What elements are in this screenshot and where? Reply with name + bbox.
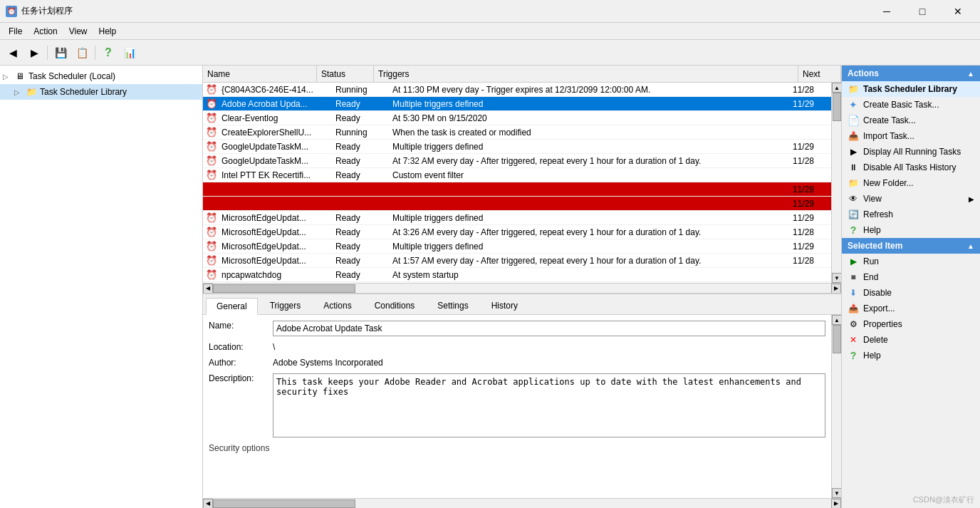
right-action-properties[interactable]: ⚙ Properties	[842, 316, 980, 332]
table-row[interactable]: ⏰ GoogleUpdateTaskM... Ready Multiple tr…	[203, 140, 831, 154]
table-row[interactable]: ⏰ Clear-Eventlog Ready At 5:30 PM on 9/1…	[203, 111, 831, 125]
menu-help[interactable]: Help	[93, 25, 123, 38]
task-row-icon: ⏰	[206, 113, 217, 124]
details-hscroll[interactable]: ◀ ▶	[203, 498, 841, 508]
header-name[interactable]: Name	[203, 66, 317, 82]
vscroll-down[interactable]: ▼	[832, 273, 841, 283]
table-row[interactable]: 11/28	[203, 182, 831, 197]
details-hscroll-thumb[interactable]	[213, 499, 355, 508]
vscroll-thumb[interactable]	[833, 93, 841, 121]
toolbar-separator-2	[95, 46, 95, 60]
maximize-button[interactable]: □	[906, 1, 939, 21]
table-row[interactable]: ⏰ npcapwatchdog Ready At system startup	[203, 268, 831, 282]
toolbar-forward[interactable]: ▶	[24, 43, 44, 63]
toolbar-report[interactable]: 📊	[120, 43, 140, 63]
vscroll-up[interactable]: ▲	[832, 83, 841, 93]
task-cell-name: Intel PTT EK Recertifi...	[217, 170, 331, 181]
table-row[interactable]: ⏰ MicrosoftEdgeUpdat... Ready At 1:57 AM…	[203, 254, 831, 268]
table-row[interactable]: 11/29	[203, 197, 831, 211]
right-action-run[interactable]: ▶ Run	[842, 254, 980, 269]
center-panel: Name Status Triggers Next ⏰ {C804A3C6-24…	[203, 66, 841, 508]
detail-author-value: Adobe Systems Incorporated	[273, 358, 825, 368]
toolbar-back[interactable]: ◀	[3, 43, 23, 63]
task-row-icon: ⏰	[206, 227, 217, 238]
right-action-import[interactable]: 📥 Import Task...	[842, 128, 980, 144]
right-action-delete[interactable]: ✕ Delete	[842, 332, 980, 348]
table-row[interactable]: ⏰ Adobe Acrobat Upda... Ready Multiple t…	[203, 97, 831, 111]
table-row[interactable]: ⏰ MicrosoftEdgeUpdat... Ready Multiple t…	[203, 239, 831, 254]
details-vscroll-down[interactable]: ▼	[832, 488, 841, 498]
table-row[interactable]: ⏰ Intel PTT EK Recertifi... Ready Custom…	[203, 168, 831, 182]
right-action-create-task[interactable]: 📄 Create Task...	[842, 113, 980, 128]
vscroll-track[interactable]	[832, 93, 841, 273]
table-row[interactable]: ⏰ MicrosoftEdgeUpdat... Ready At 3:26 AM…	[203, 225, 831, 239]
tab-triggers[interactable]: Triggers	[259, 297, 312, 314]
table-row[interactable]: ⏰ {C804A3C6-246E-414... Running At 11:30…	[203, 83, 831, 97]
task-cell-name: MicrosoftEdgeUpdat...	[217, 241, 331, 252]
task-cell-triggers: Custom event filter	[388, 170, 788, 181]
task-cell-triggers: At 1:57 AM every day - After triggered, …	[388, 255, 788, 266]
right-action-help2[interactable]: ? Help	[842, 348, 980, 363]
detail-description-textarea[interactable]	[273, 373, 825, 437]
hscroll-left[interactable]: ◀	[203, 284, 213, 294]
task-cell-next: 11/28	[788, 227, 831, 238]
toolbar-help[interactable]: ?	[98, 43, 118, 63]
task-row-icon: ⏰	[206, 127, 217, 138]
tab-actions[interactable]: Actions	[313, 297, 362, 314]
details-hscroll-track[interactable]	[213, 499, 831, 508]
toolbar-save[interactable]: 💾	[51, 43, 71, 63]
details-vscroll[interactable]: ▲ ▼	[831, 315, 841, 498]
header-triggers[interactable]: Triggers	[374, 66, 798, 82]
right-action-new-folder[interactable]: 📁 New Folder...	[842, 175, 980, 191]
right-action-disable-history[interactable]: ⏸ Disable All Tasks History	[842, 160, 980, 175]
table-row[interactable]: ⏰ MicrosoftEdgeUpdat... Ready Multiple t…	[203, 211, 831, 225]
tabs-bar: General Triggers Actions Conditions Sett…	[203, 294, 841, 315]
details-hscroll-left[interactable]: ◀	[203, 499, 213, 509]
minimize-button[interactable]: ─	[870, 1, 903, 21]
details-vscroll-up[interactable]: ▲	[832, 315, 841, 325]
hscroll-track[interactable]	[213, 284, 831, 293]
details-vscroll-thumb[interactable]	[833, 325, 841, 353]
table-row[interactable]: ⏰ CreateExplorerShellU... Running When t…	[203, 125, 831, 140]
menu-view[interactable]: View	[63, 25, 93, 38]
task-cell-name: GoogleUpdateTaskM...	[217, 155, 331, 167]
tree-item-local[interactable]: ▷ 🖥 Task Scheduler (Local)	[0, 68, 202, 84]
detail-name-input[interactable]	[273, 321, 825, 336]
task-cell-status: Running	[331, 84, 388, 95]
task-cell-name: Adobe Acrobat Upda...	[217, 98, 331, 110]
tab-general[interactable]: General	[206, 298, 258, 315]
task-cell-status: Ready	[331, 155, 388, 167]
task-table-hscroll[interactable]: ◀ ▶	[203, 283, 841, 293]
tree-item-library[interactable]: ▷ 📁 Task Scheduler Library	[0, 84, 202, 100]
menu-file[interactable]: File	[3, 25, 28, 38]
right-action-create-basic[interactable]: ✦ Create Basic Task...	[842, 97, 980, 113]
tab-history[interactable]: History	[481, 297, 528, 314]
detail-location-label: Location:	[209, 342, 273, 352]
right-action-view[interactable]: 👁 View ▶	[842, 191, 980, 207]
close-button[interactable]: ✕	[942, 1, 974, 21]
right-action-display-running[interactable]: ▶ Display All Running Tasks	[842, 144, 980, 160]
right-action-end[interactable]: ■ End	[842, 269, 980, 285]
tab-conditions[interactable]: Conditions	[364, 297, 426, 314]
right-action-help[interactable]: ? Help	[842, 222, 980, 238]
menu-action[interactable]: Action	[28, 25, 63, 38]
task-table-vscroll[interactable]: ▲ ▼	[831, 83, 841, 283]
right-action-disable[interactable]: ⬇ Disable	[842, 285, 980, 301]
table-row[interactable]: ⏰ GoogleUpdateTaskM... Ready At 7:32 AM …	[203, 154, 831, 168]
tab-settings[interactable]: Settings	[427, 297, 479, 314]
hscroll-right[interactable]: ▶	[831, 284, 841, 294]
selected-chevron: ▲	[967, 242, 974, 250]
right-action-library[interactable]: 📁 Task Scheduler Library	[842, 81, 980, 97]
details-hscroll-right[interactable]: ▶	[831, 499, 841, 509]
header-next[interactable]: Next	[798, 66, 841, 82]
header-status[interactable]: Status	[317, 66, 374, 82]
right-action-refresh[interactable]: 🔄 Refresh	[842, 207, 980, 222]
right-action-export[interactable]: 📤 Export...	[842, 301, 980, 316]
hscroll-thumb[interactable]	[213, 284, 355, 293]
details-vscroll-track[interactable]	[832, 325, 841, 488]
selected-item-section-header: Selected Item ▲	[842, 238, 980, 254]
toolbar-copy[interactable]: 📋	[72, 43, 92, 63]
task-cell-name: {C804A3C6-246E-414...	[217, 84, 331, 95]
help-icon: ?	[848, 224, 859, 236]
task-cell-next: 11/29	[788, 141, 831, 152]
